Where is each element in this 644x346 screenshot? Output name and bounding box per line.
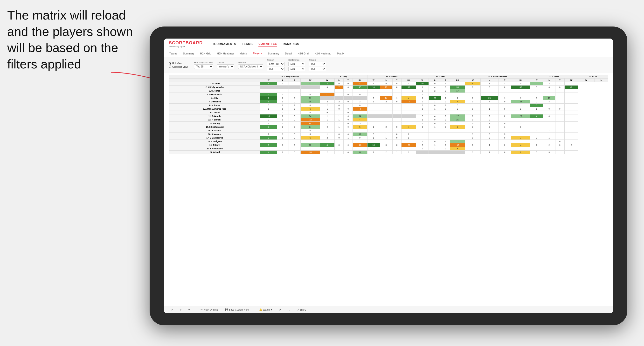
undo-button[interactable]: ↺ xyxy=(169,308,175,312)
options-button[interactable]: ⚙ xyxy=(277,308,283,312)
matrix-cell xyxy=(367,93,380,96)
matrix-cell: 14 xyxy=(352,114,367,118)
matrix-cell xyxy=(402,114,416,118)
matrix-cell xyxy=(564,93,578,96)
matrix-cell xyxy=(402,104,416,107)
sub-nav-h2h-grid[interactable]: H2H Grid xyxy=(200,51,212,56)
matrix-cell: 1 xyxy=(428,107,441,111)
matrix-cell xyxy=(543,147,556,151)
logo-area: SCOREBOARD Powered by clippd xyxy=(169,40,203,48)
player-name-cell: 10. L Perini xyxy=(169,111,260,114)
matrix-cell: 0 xyxy=(277,96,288,100)
sub-nav-h2h-heatmap2[interactable]: H2H Heatmap xyxy=(314,51,332,56)
refresh-button[interactable]: ⟳ xyxy=(186,308,192,312)
nav-committee[interactable]: COMMITTEE xyxy=(258,41,277,47)
max-players-select[interactable]: Top 25 xyxy=(194,64,213,69)
matrix-cell xyxy=(530,118,543,122)
players-sub-select[interactable]: (All) xyxy=(309,67,326,71)
matrix-cell: 3 xyxy=(260,82,277,86)
nav-teams[interactable]: TEAMS xyxy=(242,41,253,47)
sub-nav-detail[interactable]: Detail xyxy=(284,51,292,56)
matrix-cell xyxy=(511,89,530,93)
matrix-cell xyxy=(450,136,465,140)
sub-h-l6: L xyxy=(543,79,556,82)
table-row: 6. A Dy70011014140251102511013 xyxy=(169,96,608,100)
matrix-cell: 1 xyxy=(344,104,353,107)
matrix-cell: 1 xyxy=(277,143,288,147)
table-row: 16. K Mcgaha2103100110100103 xyxy=(169,133,608,136)
matrix-cell: 0 xyxy=(465,96,481,100)
matrix-cell xyxy=(481,140,498,143)
matrix-cell: 0 xyxy=(288,143,300,147)
redo-button[interactable]: ↻ xyxy=(178,308,184,312)
matrix-cell: 0 xyxy=(465,118,481,122)
matrix-cell: 0 xyxy=(300,93,320,96)
matrix-cell: 50 xyxy=(402,86,416,89)
matrix-cell: 0 xyxy=(344,143,353,147)
matrix-cell: 0 xyxy=(481,125,498,129)
watch-button[interactable]: 🔔 Watch ▾ xyxy=(257,308,274,312)
matrix-cell xyxy=(564,82,578,86)
matrix-cell xyxy=(511,133,530,136)
sub-nav-players[interactable]: Players xyxy=(252,51,262,56)
full-view-option[interactable]: Full View xyxy=(169,62,188,65)
sub-nav-matrix[interactable]: Matrix xyxy=(239,51,247,56)
matrix-cell xyxy=(511,118,530,122)
matrix-cell: 2 xyxy=(320,100,334,104)
matrix-cell xyxy=(465,89,481,93)
matrix-cell: 25 xyxy=(428,96,441,100)
save-custom-button[interactable]: 💾 Save Custom View xyxy=(223,308,251,312)
matrix-cell xyxy=(543,89,556,93)
matrix-cell: 0 xyxy=(530,136,543,140)
matrix-cell: 6 xyxy=(543,86,556,89)
conference-select[interactable]: (All) xyxy=(288,62,305,66)
matrix-cell: 0 xyxy=(288,111,300,114)
matrix-cell: 0 xyxy=(402,133,416,136)
matrix-cell: 1 xyxy=(481,151,498,154)
compact-view-radio[interactable] xyxy=(169,66,171,68)
nav-rankings[interactable]: RANKINGS xyxy=(283,41,299,47)
matrix-cell: 1 xyxy=(277,133,288,136)
matrix-cell xyxy=(543,118,556,122)
sub-h-l4: L xyxy=(428,79,441,82)
matrix-cell xyxy=(481,104,498,107)
gender-filter: Gender Women's xyxy=(217,61,234,69)
matrix-cell: 0 xyxy=(498,107,511,111)
sub-nav-teams[interactable]: Teams xyxy=(169,51,178,56)
view-original-button[interactable]: 👁 View: Original xyxy=(198,308,220,312)
compact-view-option[interactable]: Compact View xyxy=(169,66,188,68)
sub-nav-summary2[interactable]: Summary xyxy=(267,51,280,56)
matrix-cell xyxy=(288,89,300,93)
conference-sub-select[interactable]: (All) xyxy=(288,67,305,71)
matrix-cell xyxy=(392,147,402,151)
region-sub-select[interactable]: (All) xyxy=(267,67,284,71)
matrix-cell: 4 xyxy=(450,100,465,104)
matrix-cell: 1 xyxy=(334,125,344,129)
share-icon: ↗ xyxy=(297,308,299,311)
matrix-cell: 0 xyxy=(392,125,402,129)
sub-nav-h2h-grid2[interactable]: H2H Grid xyxy=(297,51,309,56)
full-view-radio[interactable] xyxy=(169,62,171,65)
matrix-cell xyxy=(556,133,564,136)
matrix-cell xyxy=(556,118,564,122)
players-select[interactable]: (All) xyxy=(309,62,326,66)
matrix-cell: 0 xyxy=(300,129,320,133)
matrix-cell: 0 xyxy=(530,151,543,154)
matrix-cell: 0 xyxy=(288,96,300,100)
fullscreen-button[interactable]: ⛶ xyxy=(286,308,292,312)
region-select[interactable]: East - DII xyxy=(267,62,284,66)
matrix-cell xyxy=(564,151,578,154)
matrix-cell: 1 xyxy=(428,143,441,147)
sub-h-w2: W xyxy=(320,79,334,82)
sub-nav-summary[interactable]: Summary xyxy=(182,51,195,56)
matrix-cell: 0 xyxy=(441,86,450,89)
share-button[interactable]: ↗ Share xyxy=(295,308,308,312)
matrix-cell xyxy=(441,136,450,140)
sub-nav-matrix2[interactable]: Matrix xyxy=(336,51,345,56)
sub-nav-h2h-heatmap[interactable]: H2H Heatmap xyxy=(216,51,234,56)
division-select[interactable]: NCAA Division II xyxy=(238,64,263,69)
gender-select[interactable]: Women's xyxy=(217,64,234,69)
matrix-cell xyxy=(402,93,416,96)
nav-tournaments[interactable]: TOURNAMENTS xyxy=(212,41,236,47)
matrix-cell: 3 xyxy=(511,122,530,125)
